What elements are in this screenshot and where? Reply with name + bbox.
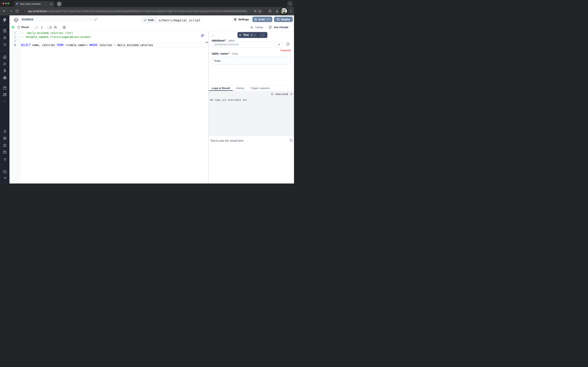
editor-toolbar: Reset Library Use VScode xyxy=(9,25,294,31)
tab-trigger-captures[interactable]: Trigger captures xyxy=(247,85,273,91)
variables-dollar-icon[interactable] xyxy=(0,69,9,72)
code-line-3[interactable]: 3 xyxy=(9,39,206,43)
github-icon xyxy=(269,26,272,29)
test-button[interactable]: Test xyxy=(237,32,258,38)
sidebar-separator xyxy=(0,25,9,25)
reset-icon[interactable] xyxy=(17,26,20,29)
settings-button[interactable]: Settings xyxy=(232,17,251,22)
code-line-4[interactable]: 4SELECT name, calories FROM %%table_name… xyxy=(9,43,206,47)
browser-toolbar: app.windmill.dev/scripts/add#JTdCJTIyaGF… xyxy=(0,7,294,15)
table-name-input[interactable]: fruits xyxy=(212,57,291,65)
browser-tab[interactable]: New Script | Windmill xyxy=(14,1,54,7)
code-editor[interactable]: 1-- :daily_minimum_calories (int)2-- %%t… xyxy=(9,31,206,184)
window-close-button[interactable] xyxy=(2,3,4,4)
add-resource-button[interactable] xyxy=(276,42,282,47)
edit-pencil-icon[interactable] xyxy=(94,18,97,21)
add-plus-icon[interactable] xyxy=(0,100,9,103)
extensions-puzzle-icon[interactable] xyxy=(268,9,272,13)
avatar[interactable] xyxy=(281,8,287,14)
browser-tab-strip: New Script | Windmill xyxy=(0,0,294,7)
reset-button[interactable]: Reset xyxy=(21,26,29,29)
home-icon[interactable] xyxy=(0,55,9,59)
url-bar[interactable]: app.windmill.dev/scripts/add#JTdCJTIyaGF… xyxy=(22,9,263,13)
autoscroll-label[interactable]: Auto scroll xyxy=(276,92,288,96)
deploy-button[interactable]: Deploy xyxy=(274,17,293,22)
draft-shortcut: ⌘S xyxy=(266,18,270,21)
back-icon[interactable] xyxy=(2,9,6,13)
schedules-calendar-icon[interactable] xyxy=(0,86,9,90)
use-vscode-button[interactable]: Use VScode xyxy=(269,26,288,29)
window-minimize-button[interactable] xyxy=(5,3,7,4)
path-pencil-icon xyxy=(144,19,147,22)
bookmark-star-icon[interactable] xyxy=(257,9,262,13)
multiplayer-toggle[interactable] xyxy=(47,26,52,29)
refresh-resources-button[interactable] xyxy=(286,42,289,46)
postgresql-icon xyxy=(14,17,19,23)
window-zoom-button[interactable] xyxy=(7,3,9,4)
enter-icon xyxy=(253,33,256,36)
diff-toggle[interactable] xyxy=(33,26,39,29)
sidebar xyxy=(0,15,9,184)
info-icon[interactable] xyxy=(290,139,293,142)
path-group: Path u/henri/magical_script xyxy=(141,17,203,23)
code-line-2[interactable]: 2-- %%table_name%% fruits/vegetables/cer… xyxy=(9,35,206,39)
panel-tabs: Logs & Result History Trigger captures xyxy=(209,85,294,91)
settings-gear-icon[interactable] xyxy=(0,136,9,140)
workers-bot-icon[interactable] xyxy=(0,143,9,147)
site-info-icon[interactable] xyxy=(22,9,26,13)
test-shortcut xyxy=(250,33,256,36)
groups-list-icon[interactable] xyxy=(0,158,9,161)
workspace-keypad-icon[interactable] xyxy=(0,29,9,33)
code-line-1[interactable]: 1-- :daily_minimum_calories (int) xyxy=(9,31,206,35)
tab-search-chevron-icon[interactable] xyxy=(287,1,293,6)
command-icon xyxy=(250,34,253,36)
magic-wand-icon xyxy=(201,34,204,37)
script-title-field[interactable]: Untitled xyxy=(20,17,99,22)
windmill-app: Untitled Path u/henri/magical_script Set… xyxy=(0,15,294,184)
resources-boxes-icon[interactable] xyxy=(0,76,9,79)
menu-kebab-icon[interactable] xyxy=(289,9,293,13)
collapse-panel-icon[interactable] xyxy=(211,34,215,37)
result-placeholder: Test to see the result here xyxy=(210,139,244,142)
url-text[interactable]: app.windmill.dev/scripts/add#JTdCJTIyaGF… xyxy=(28,10,253,13)
overview-ruler-cursor-mark xyxy=(206,42,208,42)
editor-settings-gear-icon[interactable] xyxy=(63,26,66,29)
required-hint: Required xyxy=(280,49,291,52)
reload-icon[interactable] xyxy=(15,9,19,13)
search-icon[interactable] xyxy=(0,43,9,46)
new-tab-button[interactable] xyxy=(57,1,62,6)
sidebar-separator xyxy=(0,51,9,51)
forward-icon[interactable] xyxy=(9,9,13,13)
save-icon xyxy=(254,18,257,21)
library-button[interactable]: Library xyxy=(251,26,263,29)
expand-icon[interactable] xyxy=(271,93,274,95)
tab-history[interactable]: History xyxy=(233,85,247,91)
script-title: Untitled xyxy=(22,18,94,21)
help-icon[interactable] xyxy=(0,170,9,174)
database-input[interactable]: postgresql resource xyxy=(212,42,274,47)
avatar-ring[interactable] xyxy=(279,7,288,16)
user-icon[interactable] xyxy=(0,130,9,133)
triggers-route-icon[interactable] xyxy=(0,93,9,96)
tab-logs-result[interactable]: Logs & Result xyxy=(209,85,233,91)
editor-gutter xyxy=(9,31,21,184)
test-button-group: Test xyxy=(237,32,267,38)
users-icon xyxy=(54,26,57,29)
zoom-icon[interactable] xyxy=(253,9,257,13)
plus-icon xyxy=(277,43,280,46)
folders-icon[interactable] xyxy=(0,150,9,154)
draft-button[interactable]: Draft ⌘S xyxy=(252,17,272,22)
expand-arrow-icon[interactable] xyxy=(0,176,9,180)
ai-wand-button[interactable] xyxy=(200,33,205,38)
test-panel: Test database* object postgresql resourc… xyxy=(209,31,294,184)
script-header: Untitled Path u/henri/magical_script Set… xyxy=(9,15,294,25)
path-value[interactable]: u/henri/magical_script xyxy=(157,17,202,23)
tab-close-icon[interactable] xyxy=(50,3,53,5)
test-focus-button[interactable] xyxy=(258,32,267,38)
windmill-logo[interactable] xyxy=(0,18,9,22)
play-icon xyxy=(239,34,242,36)
favorites-star-icon[interactable] xyxy=(0,36,9,40)
path-edit-button[interactable]: Path xyxy=(141,17,157,23)
downloads-icon[interactable] xyxy=(275,9,279,13)
runs-play-icon[interactable] xyxy=(0,62,9,66)
